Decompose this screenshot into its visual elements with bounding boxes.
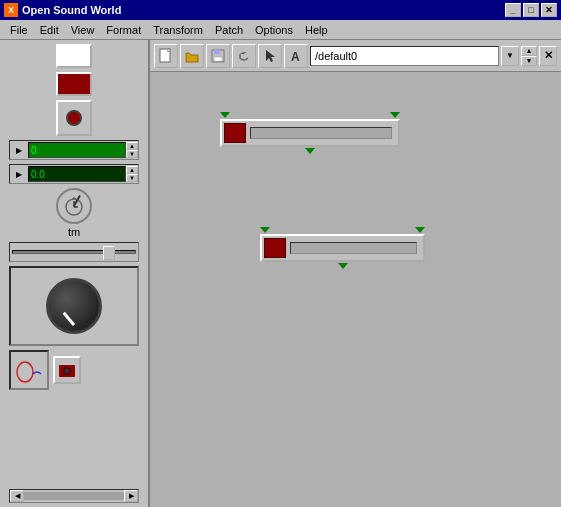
- int-input-row: ▶ 0 ▲ ▼: [9, 140, 139, 160]
- svg-rect-11: [214, 50, 220, 54]
- close-button[interactable]: ✕: [541, 3, 557, 17]
- slider-bar-2[interactable]: [290, 242, 417, 254]
- slider-widget-2[interactable]: [260, 227, 425, 269]
- connector-bottom-1: [305, 148, 315, 154]
- app-title: Open Sound World: [22, 4, 121, 16]
- new-doc-icon: [158, 48, 174, 64]
- slider-widget-1[interactable]: [220, 112, 400, 154]
- float-play-icon: ▶: [12, 167, 26, 181]
- connector-top-right-2: [415, 227, 425, 233]
- connector-top-left-1: [220, 112, 230, 118]
- path-arrows: ▲ ▼: [521, 46, 537, 66]
- connector-bottom-2: [338, 263, 348, 269]
- svg-rect-12: [214, 57, 222, 61]
- float-input-row: ▶ 0.0 ▲ ▼: [9, 164, 139, 184]
- svg-point-5: [17, 362, 33, 382]
- float-spin-down[interactable]: ▼: [126, 174, 138, 182]
- path-arrow-down[interactable]: ▼: [521, 56, 537, 66]
- float-spin-buttons: ▲ ▼: [126, 166, 138, 182]
- slider-red-indicator-1: [224, 123, 246, 143]
- int-spin-up[interactable]: ▲: [126, 142, 138, 150]
- camera-lens: [66, 110, 82, 126]
- path-arrow-up[interactable]: ▲: [521, 46, 537, 56]
- connector-top-right-1: [390, 112, 400, 118]
- scroll-track: [24, 492, 124, 500]
- slider-bar-1[interactable]: [250, 127, 392, 139]
- horizontal-scrollbar[interactable]: ◀ ▶: [9, 489, 139, 503]
- canvas-area: A ▼ ▲ ▼ ✕: [150, 40, 561, 507]
- int-value-display[interactable]: 0: [28, 142, 126, 158]
- slider-red-indicator-2: [264, 238, 286, 258]
- left-panel: ▶ 0 ▲ ▼ ▶ 0.0 ▲ ▼: [0, 40, 150, 507]
- menu-view[interactable]: View: [65, 23, 101, 37]
- menu-patch[interactable]: Patch: [209, 23, 249, 37]
- patch-canvas[interactable]: [150, 72, 561, 507]
- save-button[interactable]: [206, 44, 230, 68]
- minimize-button[interactable]: _: [505, 3, 521, 17]
- pointer-icon: [262, 48, 278, 64]
- undo-icon: [236, 48, 252, 64]
- save-icon: [210, 48, 226, 64]
- int-spin-buttons: ▲ ▼: [126, 142, 138, 158]
- pointer-button[interactable]: [258, 44, 282, 68]
- new-doc-button[interactable]: [154, 44, 178, 68]
- menu-options[interactable]: Options: [249, 23, 299, 37]
- scroll-left-button[interactable]: ◀: [10, 490, 24, 502]
- menu-help[interactable]: Help: [299, 23, 334, 37]
- camera-button[interactable]: [56, 100, 92, 136]
- text-button[interactable]: A: [284, 44, 308, 68]
- title-bar: X Open Sound World _ □ ✕: [0, 0, 561, 20]
- slider-widget-body-2[interactable]: [260, 234, 425, 262]
- timer-label: tm: [68, 226, 80, 238]
- int-spin-down[interactable]: ▼: [126, 150, 138, 158]
- bottom-icon-left: [9, 350, 49, 390]
- knob-marker: [63, 312, 76, 326]
- float-value-display[interactable]: 0.0: [28, 166, 126, 182]
- camera-icon: [57, 360, 77, 380]
- knob-container: [9, 266, 139, 346]
- open-icon: [184, 48, 200, 64]
- menu-edit[interactable]: Edit: [34, 23, 65, 37]
- menu-format[interactable]: Format: [100, 23, 147, 37]
- svg-point-8: [65, 369, 70, 374]
- play-icon: ▶: [12, 143, 26, 157]
- small-camera-button[interactable]: [53, 356, 81, 384]
- path-dropdown[interactable]: ▼: [501, 46, 519, 66]
- app-icon: X: [4, 3, 18, 17]
- timer-face[interactable]: [56, 188, 92, 224]
- main-layout: ▶ 0 ▲ ▼ ▶ 0.0 ▲ ▼: [0, 40, 561, 507]
- path-input[interactable]: [310, 46, 499, 66]
- menu-bar: File Edit View Format Transform Patch Op…: [0, 20, 561, 40]
- white-button[interactable]: [56, 44, 92, 68]
- knob[interactable]: [46, 278, 102, 334]
- slider-control[interactable]: [9, 242, 139, 262]
- canvas-toolbar: A ▼ ▲ ▼ ✕: [150, 40, 561, 72]
- path-close-button[interactable]: ✕: [539, 46, 557, 66]
- slider-track: [12, 250, 136, 254]
- timer-control: tm: [56, 188, 92, 238]
- slider-thumb[interactable]: [103, 246, 115, 260]
- scroll-right-button[interactable]: ▶: [124, 490, 138, 502]
- maximize-button[interactable]: □: [523, 3, 539, 17]
- open-button[interactable]: [180, 44, 204, 68]
- text-icon: A: [288, 48, 304, 64]
- bottom-controls: [9, 350, 139, 390]
- wave-icon: [11, 352, 47, 388]
- red-button[interactable]: [56, 72, 92, 96]
- connector-top-left-2: [260, 227, 270, 233]
- svg-text:A: A: [291, 50, 300, 64]
- float-spin-up[interactable]: ▲: [126, 166, 138, 174]
- menu-transform[interactable]: Transform: [147, 23, 209, 37]
- menu-file[interactable]: File: [4, 23, 34, 37]
- slider-widget-body-1[interactable]: [220, 119, 400, 147]
- undo-button[interactable]: [232, 44, 256, 68]
